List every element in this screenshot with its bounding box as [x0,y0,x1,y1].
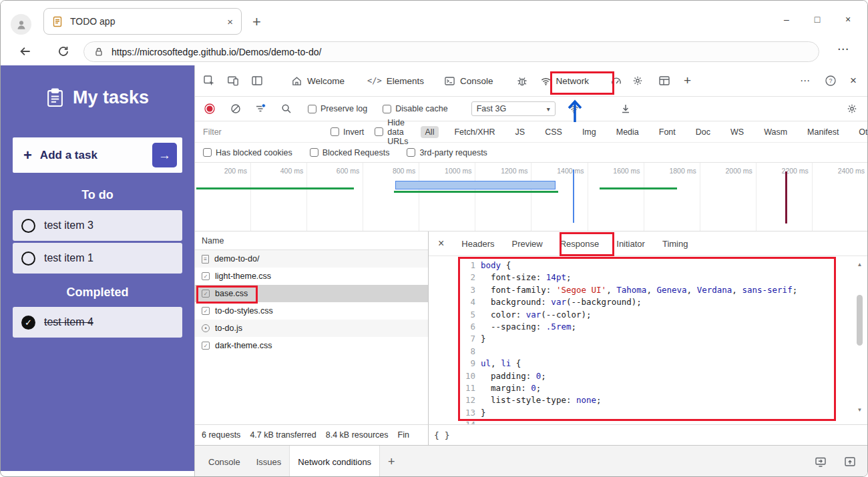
tab-welcome[interactable]: Welcome [291,75,345,87]
hide-data-urls-checkbox[interactable]: Hide data URLs [375,118,408,146]
third-party-requests-checkbox[interactable]: 3rd-party requests [407,148,487,157]
export-har-icon[interactable] [620,103,632,115]
request-row-base-css[interactable]: base.css [195,285,428,302]
request-row-to-do-styles-css[interactable]: to-do-styles.css [195,302,428,320]
network-toolbar: Preserve log Disable cache Fast 3G ▾ [195,97,868,121]
request-row-light-theme-css[interactable]: light-theme.css [195,268,428,285]
drawer-tab-issues[interactable]: Issues [248,446,290,477]
drawer-tab-network-conditions[interactable]: Network conditions [289,446,380,477]
search-icon[interactable] [280,103,292,115]
code-line: 9ul, li { [429,358,849,370]
code-tag-icon: </> [367,76,382,85]
submit-task-button[interactable]: → [152,143,177,167]
clear-button[interactable] [230,103,242,115]
filter-pill-media[interactable]: Media [612,126,644,138]
filter-pill-css[interactable]: CSS [540,126,567,138]
todo-item-label: test item 1 [44,252,93,264]
more-tools-button[interactable]: + [684,73,691,88]
completed-item[interactable]: ✓ test item 4 [13,307,182,338]
filter-pill-ws[interactable]: WS [726,126,748,138]
filter-pill-doc[interactable]: Doc [691,126,715,138]
scrollbar-thumb[interactable] [857,295,863,346]
request-row-demo-to-do-[interactable]: demo-to-do/ [195,250,428,268]
scroll-down-icon[interactable]: ▼ [855,406,865,415]
domcontentloaded-marker [573,169,574,223]
profile-avatar[interactable] [11,14,31,35]
request-row-dark-theme-css[interactable]: dark-theme.css [195,337,428,354]
request-detail-pane: × Headers Preview Response Initiator Tim… [429,231,868,445]
settings-gear-icon[interactable] [632,75,644,87]
new-tab-button[interactable]: + [252,13,261,31]
tab-elements-label: Elements [387,76,424,86]
unchecked-circle-icon[interactable] [21,219,35,233]
scrollbar-track[interactable] [855,270,865,406]
filter-funnel-icon[interactable] [254,103,266,115]
browser-menu-button[interactable]: ⋯ [837,42,849,56]
preserve-log-checkbox[interactable]: Preserve log [308,104,367,113]
help-icon[interactable]: ? [825,75,837,87]
blocked-requests-checkbox[interactable]: Blocked Requests [310,148,390,157]
filter-pill-all[interactable]: All [421,126,439,138]
tab-elements[interactable]: </> Elements [367,76,424,86]
checked-circle-icon[interactable]: ✓ [21,316,35,330]
layout-panel-icon[interactable] [658,75,670,87]
address-bar[interactable]: https://microsoftedge.github.io/Demos/de… [83,41,819,62]
filter-pill-font[interactable]: Font [654,126,680,138]
add-drawer-tool-button[interactable]: + [388,455,395,469]
device-toolbar-icon[interactable] [227,75,239,87]
add-task-bar[interactable]: + Add a task → [13,137,182,173]
back-button[interactable] [19,45,32,58]
tab-headers[interactable]: Headers [461,239,494,249]
throttling-select[interactable]: Fast 3G ▾ [471,101,556,116]
performance-icon[interactable] [610,75,622,87]
refresh-button[interactable] [57,45,70,58]
filter-pill-wasm[interactable]: Wasm [759,126,792,138]
filter-pill-js[interactable]: JS [511,126,530,138]
todo-item[interactable]: test item 3 [13,210,182,241]
timeline-tick-label: 2400 ms [838,167,865,175]
bug-icon[interactable] [516,75,528,87]
tab-preview[interactable]: Preview [511,239,542,249]
close-detail-button[interactable]: × [438,237,444,250]
maximize-button[interactable]: □ [802,9,833,29]
disable-cache-checkbox[interactable]: Disable cache [383,104,448,113]
drawer-right-icons [815,456,868,468]
close-window-button[interactable]: × [833,9,863,29]
inspect-icon[interactable] [203,75,215,87]
network-conditions-icon[interactable] [568,103,580,115]
unchecked-circle-icon[interactable] [21,252,35,266]
devtools-menu-button[interactable]: ⋯ [800,75,810,87]
filter-pill-other[interactable]: Other [854,126,868,138]
activity-bar-icon[interactable] [251,75,263,87]
tab-timing[interactable]: Timing [662,239,688,249]
response-code-viewer[interactable]: 1body {2 font-size: 14pt;3 font-family: … [429,256,849,424]
filter-pill-img[interactable]: Img [578,126,601,138]
request-row-to-do-js[interactable]: to-do.js [195,320,428,337]
scroll-up-icon[interactable]: ▲ [855,260,865,270]
tab-initiator[interactable]: Initiator [616,239,645,249]
checkbox-icon [308,105,316,113]
tab-console[interactable]: Console [444,75,493,87]
filter-input[interactable] [203,127,310,137]
close-devtools-button[interactable]: × [850,74,857,87]
tab-close-button[interactable]: × [227,16,233,27]
transferred-size: 4.7 kB transferred [250,430,316,440]
name-column-header[interactable]: Name [195,231,428,250]
filter-row: Invert Hide data URLs AllFetch/XHRJSCSSI… [195,121,868,143]
tab-response[interactable]: Response [560,239,600,249]
todo-item[interactable]: test item 1 [13,243,182,274]
expand-drawer-icon[interactable] [844,456,856,468]
record-button[interactable] [204,103,216,115]
minimize-button[interactable]: – [771,9,802,29]
invert-checkbox[interactable]: Invert [331,127,364,137]
drawer-tab-console[interactable]: Console [200,446,248,477]
filter-pill-manifest[interactable]: Manifest [803,126,843,138]
format-code-button[interactable]: { } [434,430,449,440]
has-blocked-cookies-checkbox[interactable]: Has blocked cookies [203,148,292,157]
filter-pill-fetch-xhr[interactable]: Fetch/XHR [449,126,499,138]
browser-tab[interactable]: TODO app × [43,8,242,35]
scrollbar[interactable]: ▲ ▼ [855,260,865,415]
network-settings-gear-icon[interactable] [846,103,858,115]
tab-network[interactable]: Network [540,75,590,87]
monitor-arrow-icon[interactable] [815,456,827,468]
